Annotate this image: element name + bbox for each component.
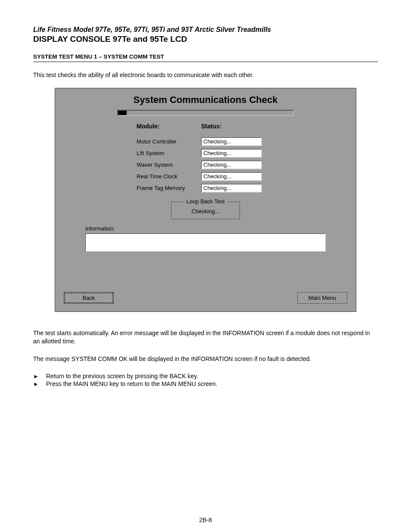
back-button[interactable]: Back xyxy=(64,292,114,304)
doc-header-models: Life Fitness Model 97Te, 95Te, 97Ti, 95T… xyxy=(33,26,378,34)
loop-back-legend: Loop Back Test xyxy=(185,198,227,205)
table-row: Frame Tag Memory Checking... xyxy=(137,184,274,192)
table-row: Lift System Checking... xyxy=(137,149,274,157)
page-number: 2B-8 xyxy=(33,516,378,523)
module-label: Motor Controller xyxy=(137,138,201,145)
column-header-status: Status: xyxy=(201,123,274,130)
information-box xyxy=(85,233,326,252)
module-label: Lift System xyxy=(137,150,201,156)
status-value: Checking... xyxy=(201,149,262,157)
intro-paragraph: This test checks the ability of all elec… xyxy=(33,72,378,78)
loop-back-group: Loop Back Test Checking... xyxy=(171,202,240,219)
triangle-bullet-icon: ► xyxy=(33,381,46,387)
lcd-title: System Communications Check xyxy=(55,88,356,110)
list-item-text: Return to the previous screen by pressin… xyxy=(46,373,198,380)
section-heading: SYSTEM TEST MENU 1 – SYSTEM COMM TEST xyxy=(33,53,378,62)
list-item-text: Press the MAIN MENU key to return to the… xyxy=(46,380,218,387)
lcd-screenshot: System Communications Check Module: Stat… xyxy=(55,88,356,312)
module-label: Waxer System xyxy=(137,162,201,168)
status-value: Checking... xyxy=(201,184,262,192)
doc-header-title: DISPLAY CONSOLE 97Te and 95Te LCD xyxy=(33,34,378,44)
instruction-list: ► Return to the previous screen by press… xyxy=(33,373,378,387)
progress-bar xyxy=(117,110,294,116)
body-paragraph-2: The message SYSTEM COMM OK will be displ… xyxy=(33,355,378,363)
information-label: Information: xyxy=(85,225,356,232)
list-item: ► Return to the previous screen by press… xyxy=(33,373,378,380)
status-value: Checking... xyxy=(201,137,262,146)
body-paragraph-1: The test starts automatically. An error … xyxy=(33,329,378,345)
progress-fill xyxy=(118,111,127,115)
table-row: Waxer System Checking... xyxy=(137,161,274,169)
module-table: Module: Status: Motor Controller Checkin… xyxy=(137,123,274,192)
main-menu-button[interactable]: Main Menu xyxy=(297,292,347,304)
list-item: ► Press the MAIN MENU key to return to t… xyxy=(33,380,378,387)
status-value: Checking... xyxy=(201,161,262,169)
table-row: Real Time Clock Checking... xyxy=(137,172,274,180)
loop-back-value: Checking... xyxy=(177,205,234,215)
column-header-module: Module: xyxy=(137,123,201,130)
module-label: Frame Tag Memory xyxy=(137,185,201,191)
status-value: Checking... xyxy=(201,172,262,180)
module-label: Real Time Clock xyxy=(137,173,201,180)
triangle-bullet-icon: ► xyxy=(33,373,46,380)
table-row: Motor Controller Checking... xyxy=(137,137,274,146)
